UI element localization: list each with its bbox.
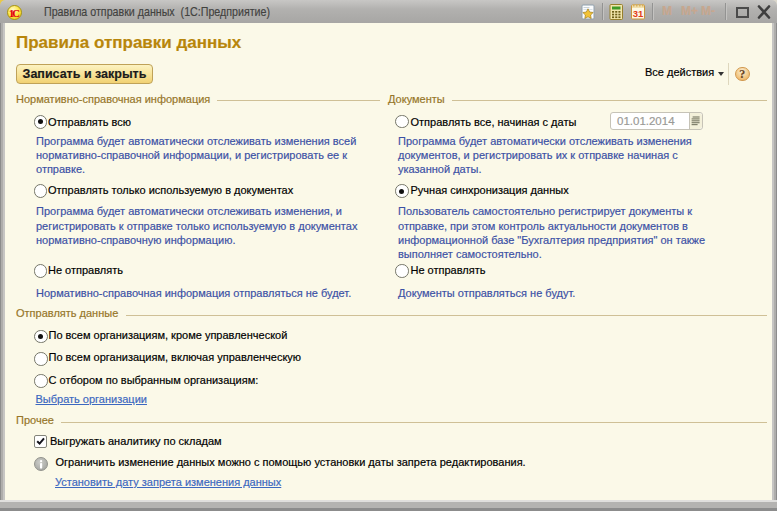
svg-text:31: 31 — [633, 8, 644, 19]
